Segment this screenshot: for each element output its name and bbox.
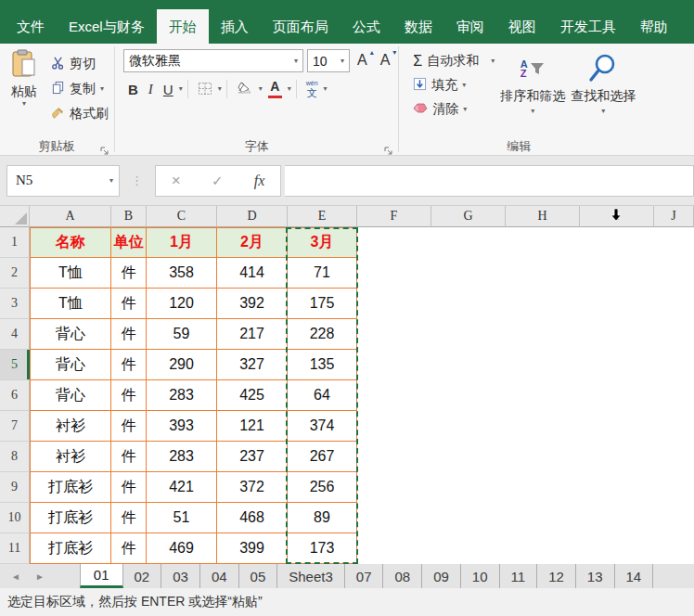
cell-E6[interactable]: 64 bbox=[288, 380, 357, 411]
cell-I10[interactable] bbox=[580, 503, 654, 533]
cell-C8[interactable]: 283 bbox=[147, 442, 217, 472]
ribbon-tab-home[interactable]: 开始 bbox=[157, 9, 209, 44]
cell-H2[interactable] bbox=[506, 258, 580, 289]
cell-G5[interactable] bbox=[431, 350, 506, 380]
cell-I9[interactable] bbox=[580, 472, 654, 503]
cell-D3[interactable]: 392 bbox=[217, 289, 288, 319]
cell-H6[interactable] bbox=[506, 380, 580, 411]
cell-C7[interactable]: 393 bbox=[147, 411, 217, 442]
cell-F8[interactable] bbox=[357, 442, 431, 472]
cell-J3[interactable] bbox=[654, 289, 694, 319]
cell-D9[interactable]: 372 bbox=[217, 472, 288, 503]
ribbon-tab-formulas[interactable]: 公式 bbox=[341, 9, 392, 44]
sheet-tab-14[interactable]: 14 bbox=[615, 564, 654, 588]
cell-H1[interactable] bbox=[506, 227, 580, 258]
cell-C6[interactable]: 283 bbox=[147, 380, 217, 411]
cell-B11[interactable]: 件 bbox=[111, 533, 147, 564]
clear-button[interactable]: 清除 ▾ bbox=[413, 97, 495, 122]
cell-G2[interactable] bbox=[431, 258, 506, 289]
cell-J9[interactable] bbox=[654, 472, 694, 503]
insert-function-button[interactable]: fx bbox=[254, 173, 265, 189]
row-header-6[interactable]: 6 bbox=[0, 380, 30, 411]
ribbon-tab-page-layout[interactable]: 页面布局 bbox=[261, 9, 341, 44]
row-header-9[interactable]: 9 bbox=[0, 472, 30, 503]
cell-I4[interactable] bbox=[580, 319, 654, 350]
cell-G11[interactable] bbox=[431, 533, 506, 564]
column-header-H[interactable]: H bbox=[506, 206, 580, 227]
sheet-tab-12[interactable]: 12 bbox=[537, 564, 576, 588]
cell-F7[interactable] bbox=[357, 411, 431, 442]
sheet-tab-01[interactable]: 01 bbox=[80, 564, 123, 588]
cell-C11[interactable]: 469 bbox=[147, 533, 217, 564]
cell-A1[interactable]: 名称 bbox=[30, 227, 111, 258]
cell-F6[interactable] bbox=[357, 380, 431, 411]
cell-F5[interactable] bbox=[357, 350, 431, 380]
cell-B8[interactable]: 件 bbox=[111, 442, 147, 472]
cell-A4[interactable]: 背心 bbox=[30, 319, 111, 350]
fill-button[interactable]: 填充 ▾ bbox=[413, 73, 495, 97]
sheet-tab-07[interactable]: 07 bbox=[345, 564, 384, 588]
cell-J8[interactable] bbox=[654, 442, 694, 472]
fill-color-button[interactable] bbox=[232, 80, 258, 99]
row-header-2[interactable]: 2 bbox=[0, 258, 30, 289]
cell-I3[interactable] bbox=[580, 289, 654, 319]
cell-C4[interactable]: 59 bbox=[147, 319, 217, 350]
cell-B3[interactable]: 件 bbox=[111, 289, 147, 319]
cell-D2[interactable]: 414 bbox=[217, 258, 288, 289]
cell-C2[interactable]: 358 bbox=[147, 258, 217, 289]
cell-F10[interactable] bbox=[357, 503, 431, 533]
cell-A11[interactable]: 打底衫 bbox=[30, 533, 111, 564]
underline-button[interactable]: U bbox=[159, 81, 178, 98]
sheet-tab-10[interactable]: 10 bbox=[461, 564, 500, 588]
cell-I2[interactable] bbox=[580, 258, 654, 289]
cell-J11[interactable] bbox=[654, 533, 694, 564]
cell-F1[interactable] bbox=[357, 227, 431, 258]
sheet-tab-09[interactable]: 09 bbox=[422, 564, 461, 588]
cell-I7[interactable] bbox=[580, 411, 654, 442]
cell-E5[interactable]: 135 bbox=[288, 350, 357, 380]
increase-font-size-button[interactable]: A▴ bbox=[353, 51, 373, 71]
borders-button[interactable] bbox=[193, 80, 217, 99]
column-header-E[interactable]: E bbox=[288, 206, 357, 227]
sheet-tab-Sheet3[interactable]: Sheet3 bbox=[277, 564, 345, 588]
cell-G10[interactable] bbox=[431, 503, 506, 533]
cell-H9[interactable] bbox=[506, 472, 580, 503]
cell-D7[interactable]: 121 bbox=[217, 411, 288, 442]
cell-F2[interactable] bbox=[357, 258, 431, 289]
format-painter-button[interactable]: 格式刷 bbox=[48, 101, 111, 126]
sheet-nav-right-icon[interactable]: ► bbox=[35, 571, 45, 582]
cell-J10[interactable] bbox=[654, 503, 694, 533]
enter-check-icon[interactable]: ✓ bbox=[212, 173, 224, 189]
column-header-C[interactable]: C bbox=[147, 206, 217, 227]
cell-B1[interactable]: 单位 bbox=[111, 227, 147, 258]
cell-I11[interactable] bbox=[580, 533, 654, 564]
row-header-4[interactable]: 4 bbox=[0, 319, 30, 350]
cell-J5[interactable] bbox=[654, 350, 694, 380]
cell-D5[interactable]: 327 bbox=[217, 350, 288, 380]
ribbon-tab-data[interactable]: 数据 bbox=[392, 9, 444, 44]
ribbon-tab-view[interactable]: 视图 bbox=[496, 9, 548, 44]
cell-I8[interactable] bbox=[580, 442, 654, 472]
row-header-8[interactable]: 8 bbox=[0, 442, 30, 472]
cell-E3[interactable]: 175 bbox=[288, 289, 357, 319]
cell-F4[interactable] bbox=[357, 319, 431, 350]
copy-button[interactable]: 复制 ▾ bbox=[48, 76, 111, 101]
cell-D1[interactable]: 2月 bbox=[217, 227, 288, 258]
cell-D8[interactable]: 237 bbox=[217, 442, 288, 472]
dialog-launcher-icon[interactable] bbox=[100, 143, 109, 152]
decrease-font-size-button[interactable]: A▾ bbox=[377, 51, 396, 71]
column-header-B[interactable]: B bbox=[111, 206, 147, 227]
ribbon-tab-developer[interactable]: 开发工具 bbox=[548, 9, 628, 44]
row-header-5[interactable]: 5 bbox=[0, 350, 30, 380]
cell-A2[interactable]: T恤 bbox=[30, 258, 111, 289]
cell-H7[interactable] bbox=[506, 411, 580, 442]
cell-G7[interactable] bbox=[431, 411, 506, 442]
cell-A10[interactable]: 打底衫 bbox=[30, 503, 111, 533]
cell-B6[interactable]: 件 bbox=[111, 380, 147, 411]
cell-H4[interactable] bbox=[506, 319, 580, 350]
cell-E1[interactable]: 3月 bbox=[288, 227, 357, 258]
cell-E8[interactable]: 267 bbox=[288, 442, 357, 472]
cell-I6[interactable] bbox=[580, 380, 654, 411]
cell-C1[interactable]: 1月 bbox=[147, 227, 217, 258]
cell-B2[interactable]: 件 bbox=[111, 258, 147, 289]
